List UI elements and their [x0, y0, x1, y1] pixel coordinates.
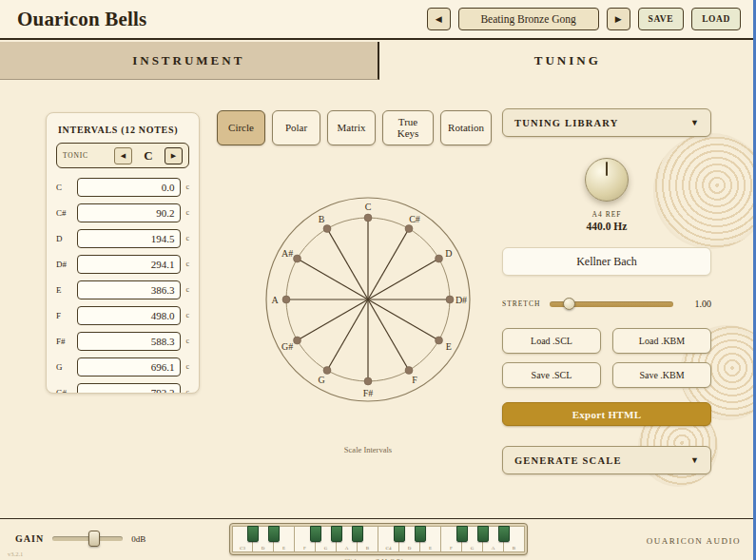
interval-value-input[interactable]: 792.2 [77, 383, 181, 395]
svg-text:F: F [412, 375, 417, 385]
interval-value-input[interactable]: 0.0 [77, 178, 181, 197]
interval-row: E386.3c [47, 277, 199, 302]
gain-value: 0dB [131, 534, 145, 544]
main-tabs: INSTRUMENT TUNING [0, 42, 756, 80]
piano-key-label: F [441, 546, 461, 550]
interval-value-input[interactable]: 194.5 [77, 229, 181, 248]
gain-slider[interactable] [52, 536, 123, 541]
piano-key-label: B [504, 546, 524, 550]
piano-key-label: C3 [233, 546, 252, 550]
stretch-value: 1.00 [683, 299, 711, 309]
file-buttons: Load .SCL Load .KBM Save .SCL Save .KBM [502, 328, 711, 388]
interval-value-input[interactable]: 294.1 [77, 255, 181, 274]
preset-prev-button[interactable]: ◀ [427, 8, 451, 30]
view-tab-circle[interactable]: Circle [217, 110, 265, 145]
svg-text:C#: C# [409, 214, 420, 224]
cents-unit-label: c [185, 337, 189, 345]
view-tab-polar[interactable]: Polar [272, 110, 320, 145]
piano-key-black[interactable] [456, 526, 468, 542]
save-button[interactable]: SAVE [638, 8, 685, 30]
piano-key-black[interactable] [247, 526, 259, 542]
view-tabs: CirclePolarMatrixTrue KeysRotation [217, 110, 492, 145]
tonic-prev-button[interactable]: ◀ [114, 147, 132, 164]
interval-row: G696.1c [47, 354, 199, 379]
export-html-button[interactable]: Export HTML [502, 402, 711, 426]
interval-value-input[interactable]: 90.2 [77, 203, 181, 222]
interval-note-label: C [56, 183, 72, 192]
cents-unit-label: c [185, 362, 189, 371]
chevron-down-icon: ▼ [690, 118, 699, 127]
svg-text:E: E [446, 341, 452, 352]
gain-control: GAIN 0dB [15, 533, 145, 544]
interval-rows: C0.0cC#90.2cD194.5cD#294.1cE386.3cF498.0… [47, 174, 199, 394]
intervals-panel: INTERVALS (12 NOTES) TONIC ◀ C ▶ C0.0cC#… [46, 112, 200, 394]
keyboard-keys: C3DEFGABC4DEFGAB [229, 523, 528, 555]
interval-note-label: C# [56, 208, 72, 218]
interval-note-label: D# [56, 260, 72, 269]
tuning-library-label: TUNING LIBRARY [514, 118, 619, 128]
knob-indicator-icon [606, 162, 608, 176]
preset-next-button[interactable]: ▶ [607, 8, 630, 30]
interval-row: G#792.2c [47, 379, 199, 394]
circle-caption: Scale Intervals [249, 445, 487, 454]
piano-key-black[interactable] [331, 526, 342, 542]
interval-value-input[interactable]: 386.3 [77, 280, 181, 299]
piano-key-black[interactable] [498, 526, 510, 542]
svg-text:G#: G# [281, 341, 293, 352]
tonic-next-button[interactable]: ▶ [165, 147, 183, 164]
cents-unit-label: c [185, 285, 189, 294]
a4-ref-knob[interactable] [585, 158, 629, 202]
piano-key-label: A [337, 546, 357, 550]
preset-name-display[interactable]: Beating Bronze Gong [458, 8, 599, 30]
intervals-title: INTERVALS (12 NOTES) [58, 125, 199, 135]
view-tab-matrix[interactable]: Matrix [327, 110, 376, 145]
piano-key-black[interactable] [352, 526, 363, 542]
piano-key-label: G [316, 546, 336, 550]
stretch-slider[interactable] [550, 301, 673, 307]
interval-value-input[interactable]: 588.3 [77, 332, 181, 351]
piano-key-black[interactable] [394, 526, 405, 542]
view-tab-rotation[interactable]: Rotation [440, 110, 492, 145]
piano-key-label: C4 [378, 546, 398, 550]
tonic-label: TONIC [63, 151, 88, 160]
tab-tuning[interactable]: TUNING [379, 42, 756, 80]
piano-key-label: A [483, 546, 503, 550]
tab-instrument[interactable]: INSTRUMENT [0, 42, 379, 80]
save-scl-button[interactable]: Save .SCL [502, 362, 601, 388]
generate-scale-dropdown[interactable]: GENERATE SCALE ▼ [502, 446, 711, 474]
interval-note-label: D [56, 234, 72, 243]
gain-slider-handle[interactable] [88, 531, 100, 547]
chevron-down-icon: ▼ [690, 455, 699, 465]
piano-key-black[interactable] [415, 526, 426, 542]
load-kbm-button[interactable]: Load .KBM [612, 328, 711, 354]
svg-text:A: A [271, 295, 279, 305]
svg-text:B: B [319, 214, 325, 224]
piano-key-label: F [295, 546, 315, 550]
a4-ref-value: 440.0 Hz [502, 221, 711, 232]
tonic-selector: TONIC ◀ C ▶ [56, 143, 189, 168]
interval-value-input[interactable]: 498.0 [77, 306, 181, 325]
tuning-library-dropdown[interactable]: TUNING LIBRARY ▼ [502, 108, 711, 137]
piano-key-black[interactable] [268, 526, 280, 542]
load-button[interactable]: LOAD [691, 8, 741, 30]
load-scl-button[interactable]: Load .SCL [502, 328, 601, 354]
view-tab-true-keys[interactable]: True Keys [382, 110, 434, 145]
cents-unit-label: c [185, 234, 189, 242]
cents-unit-label: c [185, 260, 189, 268]
interval-row: D#294.1c [47, 251, 199, 277]
cents-unit-label: c [185, 208, 189, 217]
svg-text:G: G [318, 375, 324, 385]
save-kbm-button[interactable]: Save .KBM [612, 362, 711, 388]
tuning-preset-name[interactable]: Kellner Bach [502, 247, 711, 276]
svg-text:C: C [365, 202, 372, 212]
piano-key-black[interactable] [477, 526, 489, 542]
interval-value-input[interactable]: 696.1 [77, 357, 181, 377]
piano-key-label: B [358, 546, 378, 550]
interval-row: C#90.2c [47, 200, 199, 225]
interval-note-label: F# [56, 337, 72, 346]
a4-ref-label: A4 REF [502, 210, 711, 219]
stretch-slider-handle[interactable] [563, 298, 575, 310]
piano-key-label: D [253, 546, 273, 550]
interval-row: F498.0c [47, 302, 199, 328]
piano-key-black[interactable] [310, 526, 321, 542]
